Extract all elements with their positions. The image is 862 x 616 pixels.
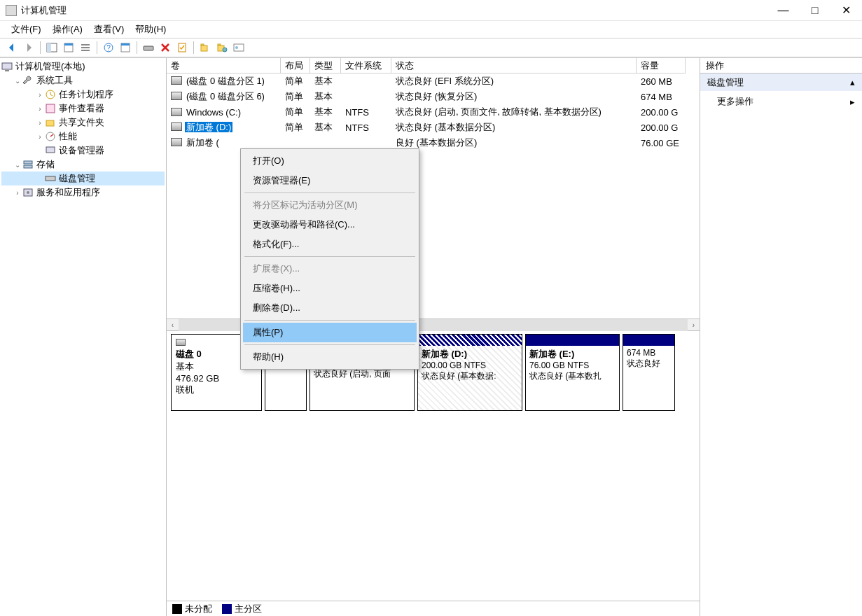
- scroll-right-button[interactable]: ›: [688, 319, 700, 331]
- tree-event-viewer[interactable]: › 事件查看器: [1, 102, 165, 115]
- ctx-open[interactable]: 打开(O): [243, 151, 417, 171]
- delete-toolbar-button[interactable]: [158, 40, 173, 55]
- actions-group-disk-mgmt[interactable]: 磁盘管理 ▴: [700, 74, 862, 92]
- col-type[interactable]: 类型: [310, 58, 341, 74]
- expand-icon[interactable]: ›: [13, 189, 22, 197]
- device-icon: [45, 145, 56, 156]
- svg-rect-11: [144, 46, 153, 50]
- disk-graphic-panel: 磁盘 0 基本 476.92 GB 联机 260 MI 状态良 Windows …: [167, 331, 700, 601]
- ctx-help[interactable]: 帮助(H): [243, 347, 417, 367]
- back-button[interactable]: [4, 40, 20, 55]
- tree-performance[interactable]: › 性能: [1, 130, 165, 144]
- tree-task-scheduler[interactable]: › 任务计划程序: [1, 88, 165, 102]
- titlebar: 计算机管理 — □ ✕: [0, 0, 862, 21]
- partition-status: 状态良好 (基本数据:: [422, 371, 496, 381]
- toolbar-button[interactable]: [174, 40, 190, 55]
- detail-view-button[interactable]: [78, 40, 93, 55]
- scroll-left-button[interactable]: ‹: [167, 319, 179, 331]
- cell: [341, 80, 391, 82]
- cell: NTFS: [341, 106, 391, 118]
- collapse-icon[interactable]: ⌄: [13, 77, 22, 85]
- context-menu: 打开(O) 资源管理器(E) 将分区标记为活动分区(M) 更改驱动器号和路径(C…: [240, 148, 419, 370]
- actions-more[interactable]: 更多操作 ▸: [700, 92, 862, 111]
- toolbar-button[interactable]: [141, 40, 156, 55]
- ctx-properties[interactable]: 属性(P): [243, 323, 417, 342]
- help-toolbar-button[interactable]: ?: [101, 40, 116, 55]
- cell: 76.00 GE: [637, 137, 686, 149]
- cell: 良好 (基本数据分区): [391, 136, 637, 150]
- computer-icon: [1, 61, 13, 72]
- forward-button[interactable]: [21, 40, 36, 55]
- table-header: 卷 布局 类型 文件系统 状态 容量: [167, 58, 700, 74]
- partition[interactable]: 674 MB 状态良好: [623, 334, 675, 411]
- cell: (磁盘 0 磁盘分区 1): [185, 76, 266, 86]
- ctx-explorer[interactable]: 资源管理器(E): [243, 171, 417, 190]
- volume-icon: [171, 122, 182, 131]
- properties-toolbar-button[interactable]: [61, 40, 76, 55]
- partition-status: 状态良好: [627, 358, 660, 368]
- expand-icon[interactable]: ›: [35, 105, 45, 113]
- disk-type: 基本: [176, 361, 194, 372]
- col-capacity[interactable]: 容量: [637, 58, 686, 74]
- table-row[interactable]: 新加卷 (D:) 简单 基本 NTFS 状态良好 (基本数据分区) 200.00…: [167, 120, 700, 135]
- tree-label: 系统工具: [36, 74, 73, 87]
- cell: 200.00 G: [637, 106, 686, 118]
- toolbar-button[interactable]: [214, 40, 230, 55]
- minimize-button[interactable]: —: [767, 0, 799, 21]
- maximize-button[interactable]: □: [799, 0, 830, 21]
- col-volume[interactable]: 卷: [167, 58, 281, 74]
- ctx-extend: 扩展卷(X)...: [243, 259, 417, 279]
- show-hide-tree-button[interactable]: [44, 40, 60, 55]
- expand-icon[interactable]: ›: [35, 119, 45, 127]
- tree-label: 事件查看器: [59, 102, 104, 115]
- ctx-change-letter[interactable]: 更改驱动器号和路径(C)...: [243, 215, 417, 234]
- storage-icon: [22, 159, 34, 170]
- toolbar-button[interactable]: [197, 40, 213, 55]
- table-row[interactable]: (磁盘 0 磁盘分区 1) 简单 基本 状态良好 (EFI 系统分区) 260 …: [167, 74, 700, 89]
- col-layout[interactable]: 布局: [281, 58, 310, 74]
- swatch-primary: [222, 604, 232, 614]
- ctx-delete[interactable]: 删除卷(D)...: [243, 298, 417, 318]
- collapse-icon[interactable]: ⌄: [13, 161, 22, 169]
- tree-disk-management[interactable]: › 磁盘管理: [1, 172, 165, 186]
- actions-header: 操作: [700, 58, 862, 74]
- close-button[interactable]: ✕: [830, 0, 862, 21]
- legend-primary: 主分区: [222, 603, 262, 615]
- menu-view[interactable]: 查看(V): [88, 22, 130, 37]
- partition-selected[interactable]: 新加卷 (D:) 200.00 GB NTFS 状态良好 (基本数据:: [417, 334, 522, 411]
- tree-device-manager[interactable]: › 设备管理器: [1, 144, 165, 158]
- col-filesystem[interactable]: 文件系统: [341, 58, 391, 74]
- partition-header: [418, 335, 522, 346]
- partition-header: [526, 335, 619, 346]
- toolbar-button[interactable]: [231, 40, 246, 55]
- svg-rect-24: [46, 120, 54, 126]
- menu-action[interactable]: 操作(A): [47, 22, 88, 37]
- ctx-format[interactable]: 格式化(F)...: [243, 234, 417, 254]
- ctx-shrink[interactable]: 压缩卷(H)...: [243, 279, 417, 298]
- partition-header: [623, 335, 674, 346]
- partition-size: 674 MB: [627, 348, 655, 358]
- expand-icon[interactable]: ›: [35, 133, 45, 141]
- menu-file[interactable]: 文件(F): [6, 22, 47, 37]
- tree-storage[interactable]: ⌄ 存储: [1, 158, 165, 172]
- tree-system-tools[interactable]: ⌄ 系统工具: [1, 74, 165, 88]
- table-row[interactable]: (磁盘 0 磁盘分区 6) 简单 基本 状态良好 (恢复分区) 674 MB: [167, 89, 700, 104]
- volume-icon: [171, 92, 182, 100]
- tree-services-apps[interactable]: › 服务和应用程序: [1, 186, 165, 200]
- table-row[interactable]: Windows (C:) 简单 基本 NTFS 状态良好 (启动, 页面文件, …: [167, 104, 700, 120]
- tree-root[interactable]: 计算机管理(本地): [1, 59, 165, 74]
- partition[interactable]: 新加卷 (E:) 76.00 GB NTFS 状态良好 (基本数扎: [525, 334, 620, 411]
- cell: [310, 142, 341, 144]
- cell: 新加卷 (D:): [185, 122, 232, 132]
- col-status[interactable]: 状态: [391, 58, 637, 74]
- legend-unallocated: 未分配: [172, 603, 212, 615]
- refresh-toolbar-button[interactable]: [118, 40, 133, 55]
- separator: [193, 41, 194, 54]
- cell: 200.00 G: [637, 122, 686, 134]
- partition-name: 新加卷 (E:): [529, 348, 616, 360]
- menu-help[interactable]: 帮助(H): [130, 22, 172, 37]
- partition-status: 状态良好 (基本数扎: [529, 371, 602, 381]
- separator: [244, 344, 415, 345]
- expand-icon[interactable]: ›: [35, 91, 45, 99]
- tree-shared-folders[interactable]: › 共享文件夹: [1, 115, 165, 130]
